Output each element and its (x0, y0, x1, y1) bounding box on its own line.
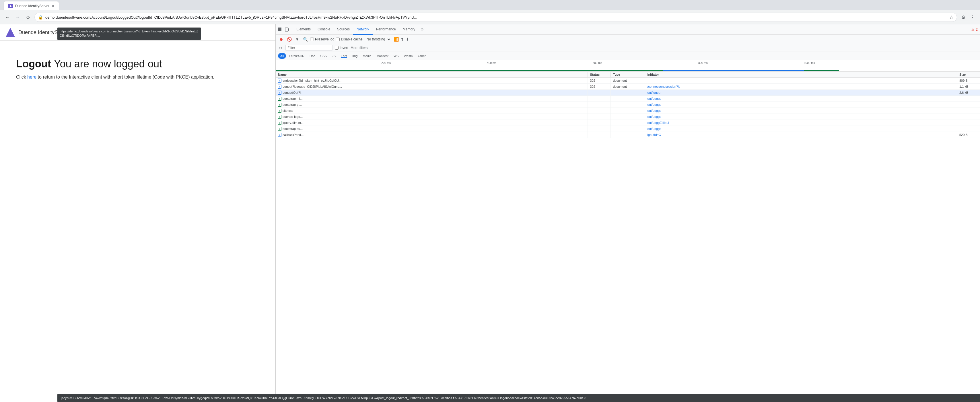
doc-icon: d (278, 97, 282, 101)
table-row-selected[interactable]: d LoggedOut?l... out/logou 2.6 kB (276, 90, 980, 96)
th-type[interactable]: Type (611, 72, 645, 78)
table-row[interactable]: d callback?end... lgoutId=C 520 B (276, 132, 980, 138)
doc-icon: d (278, 109, 282, 113)
table-row[interactable]: d jquery.slim.m... out/LoggEHibLI (276, 120, 980, 126)
filter-css[interactable]: CSS (318, 53, 329, 59)
address-text: demo.duendesoftware.com/Account/Logout/L… (45, 15, 947, 19)
td-initiator (645, 78, 957, 83)
devtools-panel: Elements Console Sources Network Perform… (275, 24, 980, 402)
table-row[interactable]: d bootstrap.bu... out/Logge (276, 126, 980, 132)
back-button[interactable]: ← (3, 13, 11, 21)
devtools-tab-sources[interactable]: Sources (334, 24, 353, 35)
menu-button[interactable]: ⋮ (969, 13, 977, 21)
filter-other[interactable]: Other (415, 53, 428, 59)
filter-ws[interactable]: WS (391, 53, 401, 59)
browser-tab-active[interactable]: Duende IdentityServer × (3, 1, 59, 10)
td-name: d site.css (276, 108, 588, 114)
row9-tooltip: LpZybux0BUxwGAkvrEi74wvbtqd4LYfvdCRksoKg… (276, 394, 980, 402)
clear-button[interactable]: 🚫 (286, 36, 292, 43)
doc-icon: d (278, 91, 282, 95)
devtools-tab-console[interactable]: Console (314, 24, 334, 35)
tab-title: Duende IdentityServer (15, 4, 49, 8)
address-bar[interactable]: 🔒 demo.duendesoftware.com/Account/Logout… (34, 13, 957, 22)
filter-button[interactable]: ▼ (294, 36, 301, 43)
disable-cache-checkbox[interactable] (336, 38, 340, 41)
throttle-select[interactable]: No throttling (364, 37, 391, 42)
td-type (611, 90, 645, 95)
svg-rect-2 (280, 27, 282, 29)
td-type (611, 102, 645, 108)
table-row[interactable]: d duende-logo... out/Logge (276, 114, 980, 120)
svg-rect-1 (278, 27, 280, 29)
alert-icon: ⚠ 2 (971, 27, 978, 32)
preserve-log-checkbox[interactable] (310, 38, 314, 41)
td-name: d bootstrap.bu... (276, 126, 588, 132)
doc-icon: d (278, 79, 282, 83)
preserve-log-label[interactable]: Preserve log (310, 37, 334, 41)
timeline-bar-green2 (804, 70, 839, 71)
devtools-controls-row: ⏺ 🚫 ▼ 🔍 Preserve log Disable cache No th… (276, 35, 980, 44)
td-status (588, 96, 611, 102)
invert-label[interactable]: Invert (335, 46, 348, 50)
timeline-area: 200 ms 400 ms 600 ms 800 ms 1000 ms (276, 60, 980, 72)
filter-manifest[interactable]: Manifest (374, 53, 391, 59)
table-header: Name Status Type Initiator Size (276, 72, 980, 78)
td-size: 1.1 kB (957, 84, 980, 89)
td-status (588, 120, 611, 126)
timeline-bar-green (276, 70, 663, 71)
star-icon[interactable]: ☆ (949, 14, 953, 20)
td-name: d LoggedOut?l... (276, 90, 588, 95)
record-button[interactable]: ⏺ (278, 36, 284, 43)
disable-cache-label[interactable]: Disable cache (336, 37, 362, 41)
th-name[interactable]: Name (276, 72, 588, 78)
td-size: 520 B (957, 132, 980, 138)
svg-rect-4 (280, 29, 282, 31)
table-row[interactable]: d bootstrap-gl... out/Logge (276, 102, 980, 108)
devtools-device-icon[interactable] (285, 27, 290, 32)
filter-js[interactable]: JS (329, 53, 338, 59)
td-initiator: lgoutId=C (645, 132, 957, 138)
filter-fetch-xhr[interactable]: Fetch/XHR (286, 53, 307, 59)
reload-button[interactable]: ⟳ (24, 13, 32, 21)
site-logo (6, 28, 15, 37)
td-initiator: out/Logge (645, 96, 957, 102)
filter-media[interactable]: Media (360, 53, 374, 59)
td-size (957, 126, 980, 132)
table-row[interactable]: d endsession?id_token_hint=eyJhbGciOiJ..… (276, 78, 980, 84)
doc-icon: d (278, 103, 282, 106)
timeline-label-600: 600 ms (593, 61, 602, 65)
devtools-tab-performance[interactable]: Performance (373, 24, 399, 35)
invert-checkbox[interactable] (335, 46, 339, 49)
filter-all[interactable]: All (278, 53, 286, 59)
devtools-tab-elements[interactable]: Elements (293, 24, 314, 35)
devtools-tab-memory[interactable]: Memory (399, 24, 418, 35)
table-row[interactable]: d site.css out/Logge (276, 108, 980, 114)
devtools-tab-network[interactable]: Network (353, 24, 373, 35)
filter-input[interactable] (285, 45, 332, 51)
forward-button[interactable]: → (14, 13, 22, 21)
filter-font[interactable]: Font (339, 53, 349, 59)
table-row[interactable]: d bootstrap.mi... out/Logge (276, 96, 980, 102)
filter-img[interactable]: Img (350, 53, 360, 59)
td-initiator: out/Logge (645, 126, 957, 132)
filter-doc[interactable]: Doc (307, 53, 318, 59)
timeline-label-200: 200 ms (381, 61, 391, 65)
more-filters-btn[interactable]: More filters (351, 46, 368, 50)
browser-chrome: Duende IdentityServer × ← → ⟳ 🔒 demo.due… (0, 0, 980, 24)
tab-close-icon[interactable]: × (52, 4, 54, 8)
td-initiator: out/Logge (645, 108, 957, 114)
website-panel: Duende IdentityServer Logout You are now… (0, 24, 275, 402)
th-status[interactable]: Status (588, 72, 611, 78)
devtools-tab-more[interactable]: » (418, 24, 426, 35)
network-table[interactable]: Name Status Type Initiator Size d endses… (276, 72, 980, 402)
td-name: d endsession?id_token_hint=eyJhbGciOiJ..… (276, 78, 588, 83)
td-name: d callback?end... (276, 132, 588, 138)
search-button[interactable]: 🔍 (302, 36, 309, 43)
here-link[interactable]: here (27, 75, 37, 79)
td-size: 809 B (957, 78, 980, 83)
extensions-button[interactable]: ⚙ (959, 13, 967, 21)
filter-wasm[interactable]: Wasm (402, 53, 415, 59)
table-row[interactable]: d Logout?logoutId=CfDJ8PiuLAiSJwlGqnb...… (276, 84, 980, 90)
th-initiator[interactable]: Initiator (645, 72, 957, 78)
th-size[interactable]: Size (957, 72, 980, 78)
